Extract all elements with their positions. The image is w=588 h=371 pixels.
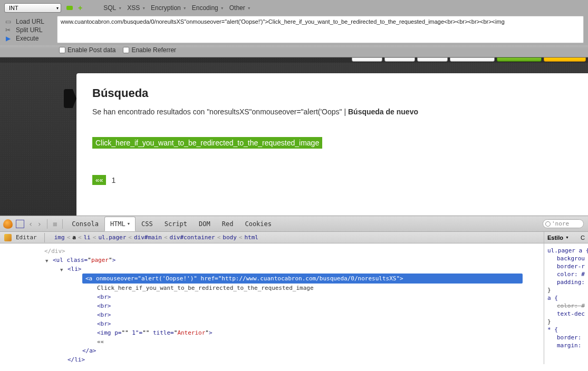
crumb-ul[interactable]: ul.pager [98, 234, 126, 241]
page-title: Búsqueda [92, 86, 572, 100]
checkbox-icon [123, 47, 129, 53]
firebug-icon[interactable] [3, 219, 13, 229]
int-select[interactable]: INT ▾ [4, 3, 61, 13]
html-node[interactable]: </div> [44, 247, 544, 256]
chevron-down-icon: ▼ [118, 6, 122, 10]
html-node[interactable]: <img p="" 1"="" title="Anterior"> [97, 328, 544, 337]
nav-button[interactable] [417, 57, 448, 62]
nav-button[interactable] [352, 57, 382, 62]
enable-post-checkbox[interactable]: Enable Post data [59, 46, 115, 54]
firebug-breadcrumb-bar: Editar img< a< li< ul.pager< div#main< d… [0, 232, 544, 243]
toolbar-plus-button[interactable]: + [78, 4, 82, 12]
html-node[interactable]: </li> [68, 355, 544, 364]
html-node[interactable]: </a> [82, 346, 544, 355]
html-tree[interactable]: </div> ▼<ul class="pager"> ▼<li> ▼<a onm… [0, 243, 544, 364]
tab-dom[interactable]: DOM [193, 217, 216, 231]
separator [62, 219, 63, 229]
crumb-li[interactable]: li [84, 234, 91, 241]
inspect-icon[interactable] [16, 220, 24, 228]
menu-sql[interactable]: SQL ▼ [103, 4, 122, 12]
html-text-node[interactable]: Click_here_if_you_want_to_be_redirected_… [97, 284, 544, 292]
html-node[interactable]: <br> [97, 292, 544, 301]
separator [47, 219, 47, 229]
chevron-down-icon: ▼ [565, 236, 569, 239]
breadcrumb: img< a< li< ul.pager< div#main< div#cont… [48, 234, 258, 241]
tab-script[interactable]: Script [159, 217, 193, 231]
split-url-button[interactable]: ✂Split URL [4, 26, 54, 34]
rendered-page: Búsqueda Se han encontrado resultados co… [0, 57, 588, 216]
int-select-value: INT [9, 5, 18, 11]
firebug-tabbar: ‹ › ≡ Consola HTML▼ CSS Script DOM Red C… [0, 216, 588, 232]
url-input[interactable]: www.cuantocabron.com/busqueda/0/noreults… [57, 16, 584, 43]
chevron-down-icon: ▼ [183, 6, 187, 10]
menu-encoding[interactable]: Encoding ▼ [192, 4, 224, 12]
chevron-down-icon: ▼ [142, 6, 146, 10]
search-again-link[interactable]: Búsqueda de nuevo [348, 108, 418, 116]
html-text-node[interactable]: «« [97, 337, 544, 346]
hackbar-main: ▭Load URL ✂Split URL ▶Execute www.cuanto… [0, 16, 588, 45]
nav-button[interactable] [450, 57, 495, 62]
tab-cookies[interactable]: Cookies [239, 217, 277, 231]
tab-red[interactable]: Red [216, 217, 239, 231]
crumb-main[interactable]: div#main [134, 234, 162, 241]
tab-html[interactable]: HTML▼ [104, 217, 136, 231]
page-icon: ▭ [4, 18, 12, 25]
edit-button[interactable]: Editar [16, 234, 37, 241]
scissors-icon: ✂ [4, 26, 12, 34]
edit-icon[interactable] [4, 234, 12, 241]
toolbar-green-button[interactable] [66, 6, 73, 10]
subtitle-text: Se han encontrado resultados con "noresu… [92, 108, 348, 116]
tab-css[interactable]: CSS [136, 217, 159, 231]
checkbox-icon [59, 47, 65, 53]
execute-button[interactable]: ▶Execute [4, 35, 54, 42]
load-url-button[interactable]: ▭Load URL [4, 18, 54, 25]
pager-page-number: 1 [111, 176, 115, 184]
twisty-open-icon[interactable]: ▼ [45, 257, 48, 266]
enable-referrer-checkbox[interactable]: Enable Referrer [123, 46, 176, 54]
crumb-img[interactable]: img [54, 234, 65, 241]
chevron-down-icon: ▼ [220, 6, 224, 10]
pager-prev-button[interactable]: «« [92, 175, 106, 185]
chevron-down-icon: ▼ [128, 222, 130, 226]
nav-button-yellow[interactable] [544, 57, 586, 62]
twisty-open-icon[interactable]: ▼ [60, 266, 63, 275]
menu-other[interactable]: Other ▼ [229, 4, 251, 12]
nav-button[interactable] [384, 57, 415, 62]
html-node[interactable]: <br> [97, 301, 544, 310]
play-icon: ▶ [4, 35, 12, 42]
menu-encryption[interactable]: Encryption ▼ [151, 4, 187, 12]
search-subtitle: Se han encontrado resultados con "noresu… [92, 108, 572, 116]
injected-link[interactable]: Click_here_if_you_want_to_be_redirected_… [92, 137, 322, 149]
tab-consola[interactable]: Consola [66, 217, 104, 231]
crumb-body[interactable]: body [223, 234, 237, 241]
twisty-open-icon[interactable]: ▼ [75, 275, 78, 284]
toggle-button[interactable]: ≡ [51, 220, 59, 228]
style-panel: Estilo▼C ul.pager a { backgrou border-r … [544, 232, 588, 364]
chevron-down-icon: ▼ [247, 6, 251, 10]
chevron-down-icon: ▾ [56, 6, 59, 11]
crumb-html[interactable]: html [244, 234, 258, 241]
hackbar-options: Enable Post data Enable Referrer [0, 45, 588, 57]
separator [44, 233, 45, 242]
style-rules[interactable]: ul.pager a { backgrou border-r color: # … [544, 243, 588, 353]
style-panel-header[interactable]: Estilo▼C [544, 232, 588, 243]
html-node-selected[interactable]: ▼<a onmouseover="alert('Oopse!')" href="… [82, 274, 544, 284]
menu-xss[interactable]: XSS ▼ [127, 4, 146, 12]
crumb-container[interactable]: div#container [170, 234, 215, 241]
nav-fwd-button[interactable]: › [35, 220, 43, 228]
site-nav [0, 57, 588, 63]
pager: «« 1 [92, 175, 572, 185]
html-node[interactable]: ▼<li> [68, 265, 544, 274]
html-node[interactable]: <br> [97, 310, 544, 319]
crumb-a[interactable]: a [72, 234, 76, 241]
html-node[interactable]: <br> [97, 319, 544, 328]
firebug-search-input[interactable]: 'nore [543, 219, 584, 228]
page-content: Búsqueda Se han encontrado resultados co… [76, 73, 588, 216]
html-node[interactable]: ▼<ul class="pager"> [53, 256, 544, 265]
hackbar-toolbar: INT ▾ + SQL ▼ XSS ▼ Encryption ▼ Encodin… [0, 0, 588, 57]
nav-button-green[interactable] [497, 57, 542, 62]
hackbar-menubar: INT ▾ + SQL ▼ XSS ▼ Encryption ▼ Encodin… [0, 0, 588, 16]
firebug-panel: ‹ › ≡ Consola HTML▼ CSS Script DOM Red C… [0, 216, 588, 364]
nav-back-button[interactable]: ‹ [26, 220, 35, 228]
hackbar-actions: ▭Load URL ✂Split URL ▶Execute [4, 16, 57, 43]
